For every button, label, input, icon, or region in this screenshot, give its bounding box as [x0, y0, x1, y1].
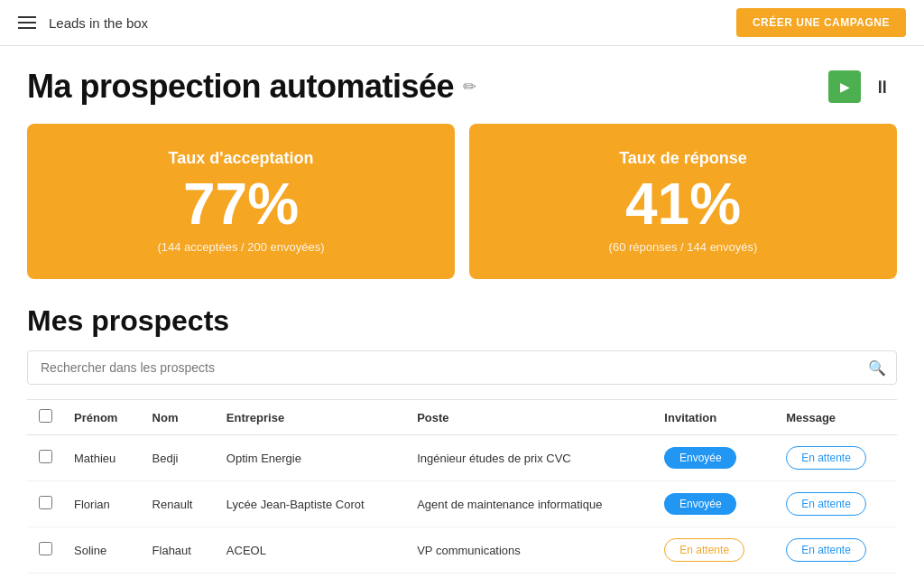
- header-left: Leads in the box: [18, 15, 148, 31]
- row-nom: Bedji: [142, 435, 216, 481]
- row-nom: Flahaut: [142, 527, 216, 573]
- message-badge[interactable]: En attente: [786, 446, 866, 470]
- stat-value-acceptance: 77%: [183, 175, 299, 233]
- row-checkbox-2[interactable]: [39, 542, 52, 555]
- row-entreprise: Optim Energie: [216, 435, 406, 481]
- create-campaign-button[interactable]: CRÉER UNE CAMPAGNE: [736, 8, 906, 37]
- col-invitation: Invitation: [653, 400, 775, 435]
- invitation-badge[interactable]: Envoyée: [664, 493, 736, 515]
- invitation-badge[interactable]: Envoyée: [664, 447, 736, 469]
- pause-icon: ⏸: [873, 77, 892, 98]
- row-message: En attente: [775, 527, 897, 573]
- prospects-table: Prénom Nom Entreprise Poste Invitation M…: [27, 399, 897, 573]
- table-body: Mathieu Bedji Optim Energie Ingénieur ét…: [27, 435, 897, 573]
- stat-value-response: 41%: [625, 175, 741, 233]
- row-checkbox-0[interactable]: [39, 450, 52, 463]
- row-message: En attente: [775, 435, 897, 481]
- search-container: 🔍: [27, 350, 897, 385]
- page-title: Ma prospection automatisée: [27, 68, 454, 106]
- page-title-left: Ma prospection automatisée ✏: [27, 68, 476, 106]
- col-prenom: Prénom: [63, 400, 142, 435]
- col-entreprise: Entreprise: [216, 400, 406, 435]
- header-checkbox-cell: [27, 400, 63, 435]
- row-invitation: Envoyée: [653, 481, 775, 527]
- message-badge[interactable]: En attente: [786, 538, 866, 562]
- stat-label-acceptance: Taux d'acceptation: [169, 149, 314, 168]
- title-actions: ▶ ⏸: [828, 70, 897, 103]
- row-nom: Renault: [142, 481, 216, 527]
- table-row: Florian Renault Lycée Jean-Baptiste Coro…: [27, 481, 897, 527]
- table-row: Mathieu Bedji Optim Energie Ingénieur ét…: [27, 435, 897, 481]
- row-poste: Agent de maintenance informatique: [406, 481, 653, 527]
- stats-row: Taux d'acceptation 77% (144 acceptées / …: [27, 124, 897, 279]
- main-content: Ma prospection automatisée ✏ ▶ ⏸ Taux d'…: [0, 46, 924, 578]
- stat-sub-response: (60 réponses / 144 envoyés): [609, 240, 758, 254]
- col-poste: Poste: [406, 400, 653, 435]
- stat-label-response: Taux de réponse: [619, 149, 747, 168]
- edit-icon[interactable]: ✏: [463, 77, 476, 97]
- row-message: En attente: [775, 481, 897, 527]
- select-all-checkbox[interactable]: [39, 409, 52, 423]
- row-checkbox-cell: [27, 481, 63, 527]
- col-nom: Nom: [142, 400, 216, 435]
- stat-card-response: Taux de réponse 41% (60 réponses / 144 e…: [469, 124, 897, 279]
- row-checkbox-cell: [27, 435, 63, 481]
- app-title: Leads in the box: [49, 15, 148, 31]
- col-message: Message: [775, 400, 897, 435]
- row-prenom: Mathieu: [63, 435, 142, 481]
- header: Leads in the box CRÉER UNE CAMPAGNE: [0, 0, 924, 46]
- search-input[interactable]: [27, 350, 897, 385]
- stat-sub-acceptance: (144 acceptées / 200 envoyées): [157, 240, 324, 254]
- row-poste: VP communications: [406, 527, 653, 573]
- row-entreprise: ACEOL: [216, 527, 406, 573]
- row-invitation: En attente: [653, 527, 775, 573]
- row-checkbox-1[interactable]: [39, 496, 52, 509]
- row-poste: Ingénieur études de prix CVC: [406, 435, 653, 481]
- play-button[interactable]: ▶: [828, 70, 861, 103]
- message-badge[interactable]: En attente: [786, 492, 866, 516]
- table-row: Soline Flahaut ACEOL VP communications E…: [27, 527, 897, 573]
- invitation-badge[interactable]: En attente: [664, 538, 744, 562]
- row-prenom: Florian: [63, 481, 142, 527]
- row-prenom: Soline: [63, 527, 142, 573]
- pause-button[interactable]: ⏸: [868, 72, 897, 101]
- row-checkbox-cell: [27, 527, 63, 573]
- prospects-section-title: Mes prospects: [27, 304, 897, 338]
- stat-card-acceptance: Taux d'acceptation 77% (144 acceptées / …: [27, 124, 455, 279]
- row-entreprise: Lycée Jean-Baptiste Corot: [216, 481, 406, 527]
- table-header: Prénom Nom Entreprise Poste Invitation M…: [27, 400, 897, 435]
- page-title-row: Ma prospection automatisée ✏ ▶ ⏸: [27, 68, 897, 106]
- row-invitation: Envoyée: [653, 435, 775, 481]
- play-icon: ▶: [840, 79, 850, 94]
- hamburger-menu[interactable]: [18, 16, 36, 29]
